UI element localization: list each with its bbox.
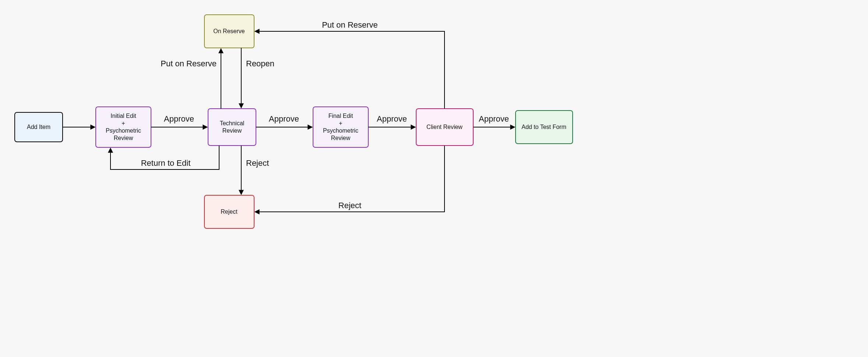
node-technical-review: TechnicalReview [208, 109, 256, 146]
edge-client-to-reject-label: Reject [338, 201, 361, 210]
node-client-review-label: Client Review [426, 124, 463, 130]
node-client-review: Client Review [416, 109, 473, 146]
workflow-diagram: Add Item Initial Edit+PsychometricReview… [0, 0, 868, 357]
node-on-reserve-label: On Reserve [213, 28, 245, 34]
node-initial-edit: Initial Edit+PsychometricReview [96, 107, 151, 147]
edge-final-to-client: Approve [368, 114, 415, 127]
edge-initial-to-tech-label: Approve [164, 114, 194, 123]
node-add-to-test-form-label: Add to Test Form [521, 124, 566, 130]
edge-client-to-reserve-label: Put on Reserve [322, 20, 378, 29]
edge-client-to-reject: Reject [255, 146, 444, 212]
edge-client-to-testform: Approve [473, 114, 515, 127]
edge-tech-to-reject-label: Reject [246, 158, 269, 168]
edge-tech-to-final: Approve [256, 114, 312, 127]
node-on-reserve: On Reserve [204, 15, 254, 48]
edge-reserve-to-tech-label: Reopen [246, 59, 274, 68]
edge-tech-to-reserve: Put on Reserve [161, 49, 221, 109]
edge-initial-to-tech: Approve [151, 114, 207, 127]
edge-final-to-client-label: Approve [377, 114, 407, 123]
svg-rect-4 [208, 109, 256, 146]
node-add-item-label: Add Item [27, 124, 50, 130]
edge-reserve-to-tech: Reopen [241, 48, 274, 108]
node-add-to-test-form: Add to Test Form [516, 111, 573, 144]
node-final-edit: Final Edit+PsychometricReview [313, 107, 368, 147]
edge-tech-to-initial-label: Return to Edit [141, 158, 191, 168]
node-reject: Reject [204, 195, 254, 228]
node-reject-label: Reject [221, 209, 238, 215]
edge-tech-to-initial: Return to Edit [110, 146, 219, 169]
edge-client-to-reserve: Put on Reserve [255, 20, 444, 109]
edge-client-to-testform-label: Approve [479, 114, 509, 123]
edge-tech-to-final-label: Approve [269, 114, 299, 123]
edge-tech-to-reserve-label: Put on Reserve [161, 59, 217, 68]
edge-tech-to-reject: Reject [241, 146, 269, 195]
node-add-item: Add Item [15, 112, 63, 142]
